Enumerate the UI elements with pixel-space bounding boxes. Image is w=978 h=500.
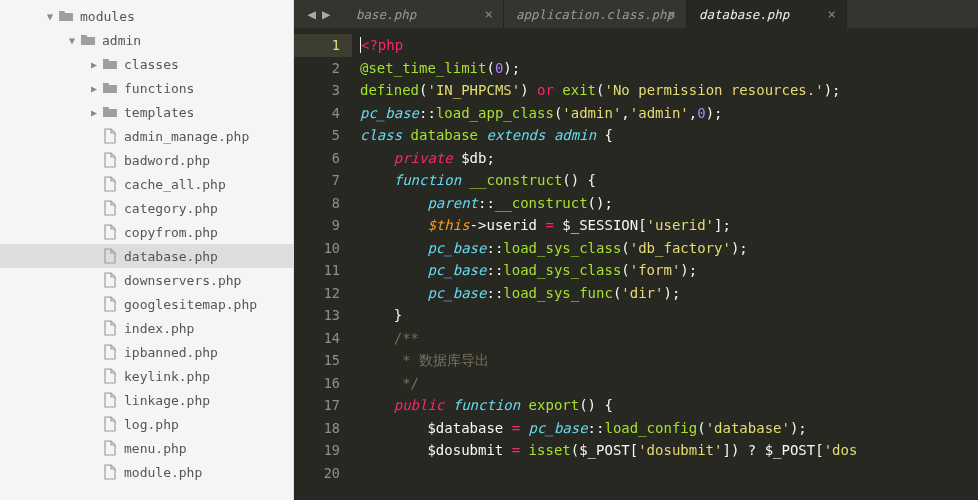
tab-database-php[interactable]: database.php×	[687, 0, 847, 28]
code-line[interactable]: pc_base::load_app_class('admin','admin',…	[360, 102, 978, 125]
line-number: 17	[294, 394, 340, 417]
chevron-down-icon[interactable]: ▼	[44, 11, 56, 22]
file-log-php[interactable]: log.php	[0, 412, 293, 436]
tree-item-label: log.php	[124, 417, 179, 432]
tree-item-label: admin	[102, 33, 141, 48]
folder-icon	[102, 56, 118, 72]
tree-item-label: cache_all.php	[124, 177, 226, 192]
tree-item-label: linkage.php	[124, 393, 210, 408]
folder-classes[interactable]: ▶classes	[0, 52, 293, 76]
folder-icon	[58, 8, 74, 24]
code-line[interactable]: pc_base::load_sys_class('form');	[360, 259, 978, 282]
folder-modules[interactable]: ▼modules	[0, 4, 293, 28]
code-line[interactable]: private $db;	[360, 147, 978, 170]
code-line[interactable]: public function export() {	[360, 394, 978, 417]
line-number: 14	[294, 327, 340, 350]
tree-item-label: badword.php	[124, 153, 210, 168]
code-editor: ◀ ▶ base.php×application.class.php×datab…	[294, 0, 978, 500]
line-number: 15	[294, 349, 340, 372]
file-database-php[interactable]: database.php	[0, 244, 293, 268]
nav-forward-icon[interactable]: ▶	[322, 6, 330, 22]
code-line[interactable]: pc_base::load_sys_class('db_factory');	[360, 237, 978, 260]
file-keylink-php[interactable]: keylink.php	[0, 364, 293, 388]
file-icon	[102, 296, 118, 312]
code-line[interactable]: <?php	[360, 34, 978, 57]
line-number: 20	[294, 462, 340, 485]
code-line[interactable]: * 数据库导出	[360, 349, 978, 372]
tree-item-label: copyfrom.php	[124, 225, 218, 240]
code-line[interactable]: /**	[360, 327, 978, 350]
line-number: 11	[294, 259, 340, 282]
file-icon	[102, 464, 118, 480]
line-number: 10	[294, 237, 340, 260]
file-badword-php[interactable]: badword.php	[0, 148, 293, 172]
tab-label: database.php	[699, 7, 789, 22]
folder-templates[interactable]: ▶templates	[0, 100, 293, 124]
line-number: 2	[294, 57, 340, 80]
file-category-php[interactable]: category.php	[0, 196, 293, 220]
code-line[interactable]: pc_base::load_sys_func('dir');	[360, 282, 978, 305]
file-icon	[102, 128, 118, 144]
tree-item-label: admin_manage.php	[124, 129, 249, 144]
file-menu-php[interactable]: menu.php	[0, 436, 293, 460]
code-content[interactable]: <?php@set_time_limit(0);defined('IN_PHPC…	[352, 28, 978, 500]
tree-item-label: keylink.php	[124, 369, 210, 384]
line-number: 5	[294, 124, 340, 147]
file-tree-sidebar[interactable]: ▼modules▼admin▶classes▶functions▶templat…	[0, 0, 294, 500]
file-icon	[102, 368, 118, 384]
nav-back-icon[interactable]: ◀	[308, 6, 316, 22]
close-icon[interactable]: ×	[485, 6, 493, 22]
tree-item-label: modules	[80, 9, 135, 24]
tree-item-label: module.php	[124, 465, 202, 480]
code-line[interactable]: $database = pc_base::load_config('databa…	[360, 417, 978, 440]
file-icon	[102, 416, 118, 432]
file-copyfrom-php[interactable]: copyfrom.php	[0, 220, 293, 244]
code-line[interactable]: function __construct() {	[360, 169, 978, 192]
file-admin_manage-php[interactable]: admin_manage.php	[0, 124, 293, 148]
file-icon	[102, 320, 118, 336]
chevron-down-icon[interactable]: ▼	[66, 35, 78, 46]
file-cache_all-php[interactable]: cache_all.php	[0, 172, 293, 196]
chevron-right-icon[interactable]: ▶	[88, 59, 100, 70]
code-line[interactable]: $this->userid = $_SESSION['userid'];	[360, 214, 978, 237]
tree-item-label: functions	[124, 81, 194, 96]
file-downservers-php[interactable]: downservers.php	[0, 268, 293, 292]
file-icon	[102, 392, 118, 408]
tree-item-label: index.php	[124, 321, 194, 336]
tree-item-label: classes	[124, 57, 179, 72]
chevron-right-icon[interactable]: ▶	[88, 107, 100, 118]
file-icon	[102, 272, 118, 288]
file-icon	[102, 440, 118, 456]
file-module-php[interactable]: module.php	[0, 460, 293, 484]
file-linkage-php[interactable]: linkage.php	[0, 388, 293, 412]
code-line[interactable]: class database extends admin {	[360, 124, 978, 147]
tree-item-label: database.php	[124, 249, 218, 264]
file-icon	[102, 248, 118, 264]
close-icon[interactable]: ×	[828, 6, 836, 22]
line-number: 1	[294, 34, 352, 57]
code-line[interactable]: $dosubmit = isset($_POST['dosubmit']) ? …	[360, 439, 978, 462]
code-line[interactable]: @set_time_limit(0);	[360, 57, 978, 80]
folder-admin[interactable]: ▼admin	[0, 28, 293, 52]
file-index-php[interactable]: index.php	[0, 316, 293, 340]
tree-item-label: downservers.php	[124, 273, 241, 288]
folder-icon	[102, 104, 118, 120]
file-icon	[102, 344, 118, 360]
line-number: 18	[294, 417, 340, 440]
code-line[interactable]: parent::__construct();	[360, 192, 978, 215]
code-line[interactable]: defined('IN_PHPCMS') or exit('No permiss…	[360, 79, 978, 102]
file-googlesitemap-php[interactable]: googlesitemap.php	[0, 292, 293, 316]
folder-functions[interactable]: ▶functions	[0, 76, 293, 100]
code-area[interactable]: 1234567891011121314151617181920 <?php@se…	[294, 28, 978, 500]
tab-nav-arrows[interactable]: ◀ ▶	[294, 6, 344, 22]
line-number: 16	[294, 372, 340, 395]
file-ipbanned-php[interactable]: ipbanned.php	[0, 340, 293, 364]
file-icon	[102, 200, 118, 216]
tab-application-class-php[interactable]: application.class.php×	[504, 0, 687, 28]
code-line[interactable]: */	[360, 372, 978, 395]
code-line[interactable]: }	[360, 304, 978, 327]
tab-base-php[interactable]: base.php×	[344, 0, 504, 28]
chevron-right-icon[interactable]: ▶	[88, 83, 100, 94]
close-icon[interactable]: ×	[668, 6, 676, 22]
tree-item-label: menu.php	[124, 441, 187, 456]
